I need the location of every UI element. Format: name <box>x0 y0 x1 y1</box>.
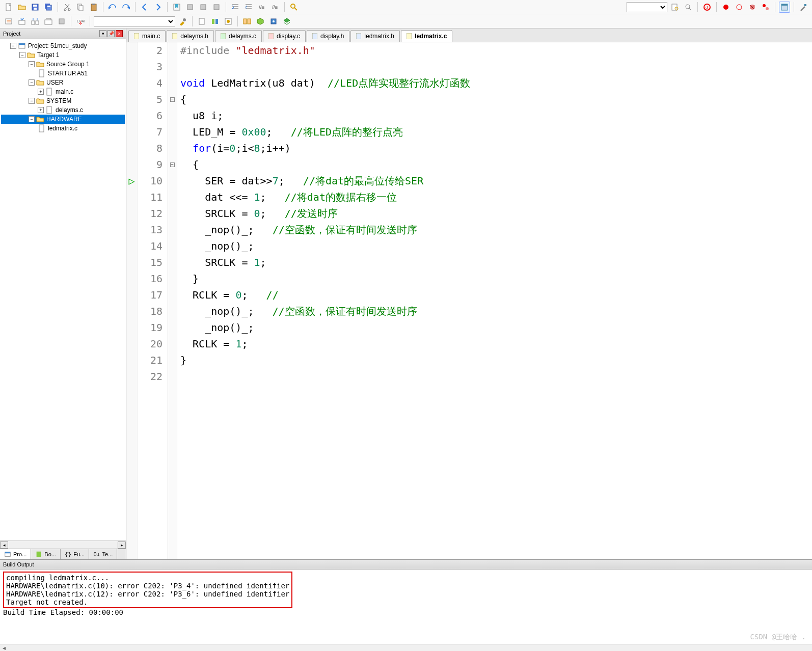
file-tab[interactable]: ledmatrix.h <box>350 30 400 42</box>
tab-functions[interactable]: {}Fu... <box>61 549 89 559</box>
breakpoint-kill-icon[interactable] <box>747 2 758 13</box>
scroll-right-icon[interactable]: ▸ <box>118 541 126 549</box>
tree-source-group[interactable]: −Source Group 1 <box>1 60 125 69</box>
file-tab[interactable]: delayms.h <box>167 30 214 42</box>
open-file-icon[interactable] <box>16 2 28 13</box>
fold-toggle[interactable]: − <box>170 97 175 102</box>
cut-icon[interactable] <box>62 2 73 13</box>
nav-forward-icon[interactable] <box>152 2 164 13</box>
tree-delayms[interactable]: +delayms.c <box>1 105 125 115</box>
toolbar-build: LOAD Target 1 <box>0 14 812 29</box>
target-select[interactable]: Target 1 <box>94 16 175 26</box>
svg-point-28 <box>763 4 766 7</box>
batch-build-icon[interactable] <box>43 16 54 27</box>
uncomment-icon[interactable]: //≡ <box>269 2 281 13</box>
tree-target[interactable]: −Target 1 <box>1 50 125 60</box>
file-icon <box>312 33 317 39</box>
file-tab[interactable]: ledmatrix.c <box>401 30 452 42</box>
code-lines[interactable]: #include "ledmatrix.h"void LedMatrix(u8 … <box>177 42 812 559</box>
fold-toggle[interactable]: − <box>170 162 175 167</box>
save-all-icon[interactable] <box>43 2 54 13</box>
tree-mainc[interactable]: +main.c <box>1 87 125 96</box>
options-icon[interactable] <box>177 16 188 27</box>
manage-pack-icon[interactable] <box>255 16 266 27</box>
tree-startup[interactable]: STARTUP.A51 <box>1 69 125 78</box>
bookmark-toggle-icon[interactable] <box>171 2 182 13</box>
tree-system[interactable]: −SYSTEM <box>1 96 125 105</box>
scroll-left-icon[interactable]: ◂ <box>0 541 8 549</box>
fold-gutter[interactable]: −− <box>168 42 177 559</box>
save-icon[interactable] <box>30 2 41 13</box>
svg-rect-64 <box>356 33 361 39</box>
nav-back-icon[interactable] <box>139 2 150 13</box>
bookmark-next-icon[interactable] <box>198 2 209 13</box>
project-tree[interactable]: −Project: 51mcu_study −Target 1 −Source … <box>0 39 126 540</box>
tree-user[interactable]: −USER <box>1 78 125 87</box>
file-tab[interactable]: main.c <box>128 30 166 42</box>
manage-comp-icon[interactable] <box>268 16 279 27</box>
bookmark-clear-icon[interactable] <box>211 2 222 13</box>
svg-rect-47 <box>248 19 251 24</box>
indent-icon[interactable] <box>230 2 241 13</box>
debug-start-icon[interactable]: d <box>701 2 713 13</box>
tab-templates[interactable]: 0↓Te... <box>89 549 117 559</box>
find-in-files-icon[interactable] <box>669 2 681 13</box>
tree-hardware[interactable]: −HARDWARE <box>1 115 125 124</box>
error-highlight-box: compiling ledmatrix.c...HARDWARE\ledmatr… <box>3 572 292 608</box>
file-tab[interactable]: display.c <box>263 30 306 42</box>
build-output-content[interactable]: compiling ledmatrix.c...HARDWARE\ledmatr… <box>0 569 812 644</box>
panel-close-icon[interactable]: × <box>116 30 123 37</box>
file-tab[interactable]: display.h <box>307 30 349 42</box>
folder-icon <box>36 78 44 87</box>
svg-rect-42 <box>212 19 214 24</box>
separator <box>167 2 168 12</box>
find-combo[interactable] <box>627 2 667 12</box>
svg-rect-43 <box>215 19 218 24</box>
tree-ledmatrix[interactable]: ledmatrix.c <box>1 124 125 133</box>
build-icon[interactable] <box>16 16 28 27</box>
tab-books[interactable]: Bo... <box>31 549 61 559</box>
file-tab[interactable]: delayms.c <box>215 30 262 42</box>
panel-pin-icon[interactable]: 📌 <box>107 30 115 37</box>
manage-env-icon[interactable] <box>223 16 234 27</box>
svg-rect-34 <box>19 20 25 24</box>
project-panel: Project ▾ 📌 × −Project: 51mcu_study −Tar… <box>0 29 126 559</box>
svg-rect-65 <box>407 33 412 39</box>
svcs-icon[interactable] <box>281 16 292 27</box>
svg-rect-46 <box>243 19 247 24</box>
file-ext-icon[interactable] <box>196 16 207 27</box>
configure-icon[interactable] <box>798 2 809 13</box>
breakpoint-all-icon[interactable] <box>760 2 771 13</box>
tree-root[interactable]: −Project: 51mcu_study <box>1 41 125 50</box>
breakpoint-disable-icon[interactable] <box>734 2 745 13</box>
bookmark-prev-icon[interactable] <box>184 2 196 13</box>
svg-rect-36 <box>36 21 39 24</box>
tree-hscroll[interactable]: ◂ ▸ <box>0 540 126 549</box>
panel-dropdown-icon[interactable]: ▾ <box>99 30 106 37</box>
svg-rect-52 <box>39 70 44 77</box>
file-tab-label: delayms.h <box>180 33 208 40</box>
svg-rect-10 <box>79 6 83 11</box>
scroll-left-icon[interactable]: ◂ <box>0 644 8 652</box>
find-icon[interactable] <box>288 2 300 13</box>
manage-books-icon[interactable] <box>209 16 221 27</box>
rebuild-icon[interactable] <box>30 16 41 27</box>
undo-icon[interactable] <box>107 2 118 13</box>
breakpoint-icon[interactable] <box>720 2 732 13</box>
outdent-icon[interactable] <box>243 2 254 13</box>
stop-build-icon[interactable] <box>56 16 67 27</box>
code-editor[interactable]: ▷ 2345678910111213141516171819202122 −− … <box>126 42 812 559</box>
copy-icon[interactable] <box>75 2 86 13</box>
window-layout-icon[interactable] <box>779 2 790 13</box>
paste-icon[interactable] <box>88 2 99 13</box>
svg-text:d: d <box>706 5 708 10</box>
redo-icon[interactable] <box>120 2 131 13</box>
translate-icon[interactable] <box>3 16 14 27</box>
download-icon[interactable]: LOAD <box>75 16 86 27</box>
comment-icon[interactable]: //≡ <box>256 2 267 13</box>
incremental-find-icon[interactable] <box>683 2 694 13</box>
new-file-icon[interactable] <box>3 2 14 13</box>
manage-multi-proj-icon[interactable] <box>241 16 253 27</box>
tree-target-label: Target 1 <box>37 51 59 59</box>
tab-project[interactable]: Pro... <box>0 549 31 559</box>
